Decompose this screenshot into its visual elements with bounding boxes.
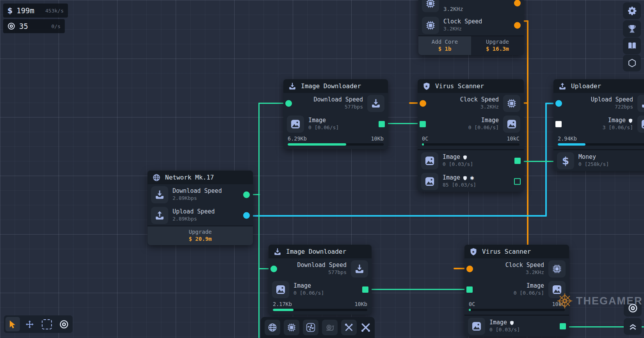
row-label: Money bbox=[578, 153, 609, 161]
upload-output-port[interactable] bbox=[243, 212, 250, 219]
node-virus-scanner-2[interactable]: ✱ Virus Scanner Clock Speed 3.2KHz Image… bbox=[464, 245, 569, 336]
image-input-port[interactable] bbox=[420, 121, 426, 127]
core-clock-row: Clock Speed 3.2KHz bbox=[418, 15, 524, 36]
bullseye-icon bbox=[7, 22, 15, 30]
marquee-icon bbox=[42, 319, 52, 329]
image-clean-output-port[interactable] bbox=[560, 323, 566, 329]
image-input-row: Image 3 [0.06/s] bbox=[553, 114, 644, 134]
node-uploader[interactable]: Uploader Upload Speed 722bps Image 3 [0.… bbox=[553, 79, 644, 171]
upload-icon bbox=[637, 95, 644, 112]
row-value: 3.2KHz bbox=[526, 269, 544, 276]
build-network-button[interactable] bbox=[265, 320, 280, 335]
shield-badge-icon bbox=[463, 176, 468, 181]
collapse-button[interactable] bbox=[624, 318, 642, 335]
upload-icon bbox=[151, 207, 168, 224]
add-core-button[interactable]: Add Core $ 1b bbox=[418, 36, 471, 55]
node-header[interactable]: Image Downloader bbox=[269, 245, 372, 258]
marquee-select-button[interactable] bbox=[40, 317, 54, 331]
cpu-icon bbox=[422, 0, 439, 12]
row-label: Download Speed bbox=[297, 262, 347, 269]
node-header[interactable]: Image Downloader bbox=[283, 79, 388, 93]
row-value: 0 [0.06/s] bbox=[308, 125, 339, 131]
node-network[interactable]: Network Mk.17 Download Speed 2.89Kbps Up… bbox=[148, 171, 253, 245]
wire-green-imgdl1-in bbox=[258, 103, 286, 104]
research-counter: 35 0/s bbox=[3, 19, 65, 33]
image-icon bbox=[272, 281, 289, 298]
node-image-downloader-1[interactable]: Image Downloader Download Speed 577bps I… bbox=[283, 79, 388, 149]
book-icon bbox=[627, 41, 637, 51]
bullseye-icon bbox=[628, 303, 638, 313]
image-icon bbox=[287, 116, 304, 133]
row-label: Image bbox=[527, 282, 544, 290]
row-label: Upload Speed bbox=[591, 96, 633, 104]
shield-virus-icon: ✱ bbox=[422, 82, 431, 91]
core-output-port-2[interactable] bbox=[514, 22, 521, 28]
row-value: 2.89Kbps bbox=[173, 195, 222, 202]
image-input-port[interactable] bbox=[555, 121, 562, 127]
svg-text:✱: ✱ bbox=[472, 249, 475, 254]
cycles-max: 10kC bbox=[552, 301, 565, 307]
image-input-port[interactable] bbox=[466, 286, 473, 293]
row-label: Image bbox=[481, 117, 499, 125]
row-value: 3.2KHz bbox=[443, 26, 482, 32]
build-bar bbox=[261, 317, 362, 338]
cpu-icon bbox=[422, 17, 439, 34]
build-tools-button[interactable] bbox=[341, 320, 357, 335]
research-rate: 0/s bbox=[52, 23, 60, 29]
core-output-port-1[interactable] bbox=[514, 0, 521, 7]
move-icon bbox=[25, 320, 34, 329]
game-canvas[interactable]: 3.2KHz Clock Speed 3.2KHz Add Core $ 1b … bbox=[0, 0, 644, 338]
image-icon bbox=[548, 281, 566, 298]
node-core[interactable]: 3.2KHz Clock Speed 3.2KHz Add Core $ 1b … bbox=[418, 0, 524, 55]
clock-input-port[interactable] bbox=[420, 100, 426, 107]
row-label: Upload Speed bbox=[173, 208, 215, 216]
wrench-screwdriver-icon bbox=[344, 322, 354, 333]
money-counter: $ 199m 453k/s bbox=[3, 4, 68, 18]
build-core-button[interactable] bbox=[284, 320, 299, 335]
focus-tool-button[interactable] bbox=[57, 317, 71, 331]
node-header[interactable]: ✱ Virus Scanner bbox=[464, 245, 569, 258]
add-core-label: Add Core bbox=[418, 39, 471, 45]
row-value: 0 [0.03/s] bbox=[489, 327, 520, 333]
image-clean-output-port[interactable] bbox=[514, 158, 521, 164]
wire-green-down-branch bbox=[258, 194, 260, 338]
guide-button[interactable] bbox=[623, 37, 641, 54]
image-flagged-output-port[interactable] bbox=[514, 178, 521, 185]
hexagon-button[interactable] bbox=[623, 55, 641, 71]
hexagon-icon bbox=[627, 58, 637, 68]
network-upgrade-button[interactable]: Upgrade $ 20.9m bbox=[148, 226, 253, 245]
build-locked-button[interactable] bbox=[322, 320, 338, 335]
node-header[interactable]: Uploader bbox=[553, 79, 644, 93]
download-speed-input-port[interactable] bbox=[285, 100, 292, 107]
bullseye-icon bbox=[59, 320, 69, 329]
node-title: Image Downloader bbox=[286, 248, 346, 255]
wire-tools-button[interactable] bbox=[357, 317, 375, 338]
download-speed-input-port[interactable] bbox=[270, 265, 277, 272]
clock-input-port[interactable] bbox=[466, 265, 473, 272]
image-output-row: Image 0 [0.06/s] bbox=[283, 114, 388, 134]
clock-speed-row: Clock Speed 3.2KHz bbox=[464, 258, 569, 279]
upload-speed-input-port[interactable] bbox=[555, 100, 562, 107]
download-output-port[interactable] bbox=[243, 191, 250, 198]
build-virus-scanner-button[interactable] bbox=[303, 320, 318, 335]
achievements-button[interactable] bbox=[623, 20, 641, 37]
node-header[interactable]: ✱ Virus Scanner bbox=[418, 79, 524, 93]
wire-orange-vs1-right bbox=[523, 102, 528, 104]
row-value: 0 [0.06/s] bbox=[468, 125, 499, 131]
node-title: Virus Scanner bbox=[435, 82, 484, 90]
settings-button[interactable] bbox=[623, 2, 641, 19]
recenter-button[interactable] bbox=[624, 300, 642, 317]
move-tool-button[interactable] bbox=[23, 317, 37, 331]
image-clean-output-row: Image 0 [0.03/s] bbox=[464, 316, 569, 336]
core-upgrade-button[interactable]: Upgrade $ 16.3m bbox=[471, 36, 524, 55]
image-output-port[interactable] bbox=[362, 286, 368, 293]
double-chevron-up-icon bbox=[628, 322, 638, 331]
node-image-downloader-2[interactable]: Image Downloader Download Speed 577bps I… bbox=[269, 245, 372, 315]
select-tool-button[interactable] bbox=[5, 317, 20, 331]
cycles-meter bbox=[469, 309, 565, 311]
image-output-port[interactable] bbox=[379, 121, 385, 127]
node-header[interactable]: Network Mk.17 bbox=[148, 171, 253, 184]
node-virus-scanner-1[interactable]: ✱ Virus Scanner Clock Speed 3.2KHz Image… bbox=[418, 79, 524, 192]
dollar-icon: $ bbox=[7, 6, 12, 15]
row-value: 577bps bbox=[328, 269, 347, 276]
